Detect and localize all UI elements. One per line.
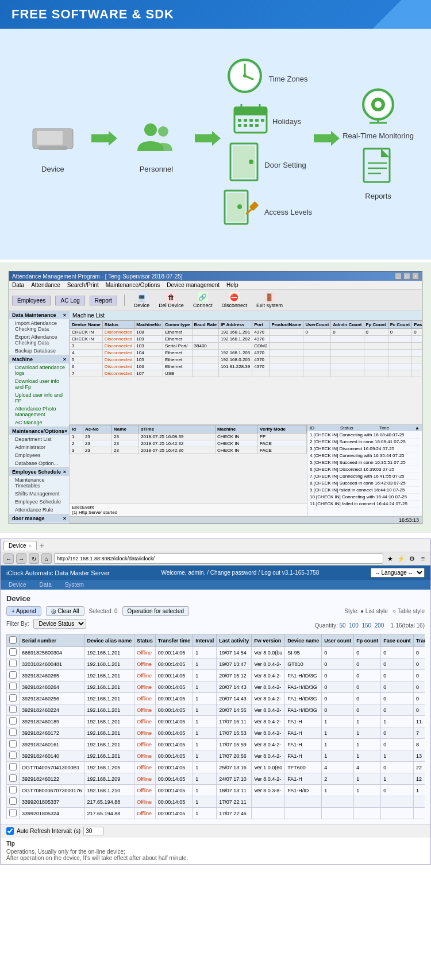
list-item[interactable]: 3929182460256192.168.1.201Offline00:00:1… — [7, 693, 425, 704]
star-icon[interactable]: ★ — [386, 554, 395, 563]
list-item[interactable]: 66691825600304192.168.1.201Offline00:00:… — [7, 647, 425, 659]
list-item[interactable]: 3929182460265192.168.1.201Offline00:00:1… — [7, 670, 425, 681]
menu-maintenance[interactable]: Maintenance/Options — [106, 282, 160, 288]
select-all-checkbox[interactable] — [9, 636, 17, 644]
sidebar-ac[interactable]: AC Manage — [9, 419, 69, 427]
qty-row: Filter By: Device Status Quantity: 50 10… — [6, 619, 425, 632]
tab-employees[interactable]: Employees — [12, 296, 51, 305]
list-item[interactable]: 3929182460122192.168.1.209Offline00:00:1… — [7, 773, 425, 785]
tab-report[interactable]: Report — [90, 296, 117, 305]
table-row[interactable]: 3Disconnected103Serial Port/38400COM2 — [70, 343, 422, 350]
auto-refresh-checkbox[interactable] — [6, 827, 14, 835]
qty-150[interactable]: 150 — [361, 622, 371, 629]
operation-btn[interactable]: Operation for selected — [122, 606, 189, 616]
btn-exit[interactable]: 🚪 Exit system — [254, 292, 285, 309]
settings-icon[interactable]: ⚙ — [407, 554, 417, 563]
sidebar-import[interactable]: Import Attendance Checking Data — [9, 319, 69, 333]
svg-point-11 — [243, 74, 247, 78]
qty-50[interactable]: 50 — [340, 622, 346, 629]
qty-100[interactable]: 100 — [349, 622, 359, 629]
table-row[interactable]: CHECK INDisconnected108Ethernet192.168.1… — [70, 329, 422, 336]
lightning-icon[interactable]: ⚡ — [397, 554, 406, 563]
sidebar-header-machine[interactable]: Machine × — [9, 355, 69, 363]
list-item[interactable]: 3929182460224192.168.1.201Offline00:00:1… — [7, 704, 425, 716]
win-close[interactable]: × — [412, 273, 419, 280]
sidebar-download-user[interactable]: Download user info and Fp — [9, 377, 69, 391]
list-item[interactable]: OGT70400570413000B1192.168.1.205Offline0… — [7, 762, 425, 773]
sidebar-admin[interactable]: Administrator — [9, 443, 69, 451]
list-style-radio[interactable]: ● List style — [360, 608, 388, 614]
table-row[interactable]: 123232018-07-25 16:08:39CHECK INFP — [70, 433, 307, 440]
table-row[interactable]: 323232018-07-25 16:42:36CHECK INFACE — [70, 447, 307, 454]
append-btn[interactable]: + Append — [6, 606, 41, 616]
sidebar-employees[interactable]: Employees — [9, 451, 69, 459]
qty-200[interactable]: 200 — [375, 622, 384, 629]
list-item[interactable]: 3399201805324217.65.194.88Offline00:00:1… — [7, 808, 425, 819]
browser-tab-device[interactable]: Device × — [3, 541, 37, 550]
list-item[interactable]: OGT70800067073000176192.168.1.210Offline… — [7, 785, 425, 796]
sidebar-upload-user[interactable]: Upload user info and FP — [9, 391, 69, 405]
refresh-btn[interactable]: ↻ — [29, 553, 39, 564]
nav-data[interactable]: Data — [37, 581, 54, 588]
log-item: 9.[CHECK IN] failed in connect 16:44:10 … — [310, 487, 420, 494]
nav-system[interactable]: System — [63, 581, 86, 588]
forward-btn[interactable]: → — [16, 553, 26, 564]
table-row[interactable]: 4Disconnected104Ethernet192.168.1.205437… — [70, 350, 422, 357]
url-input[interactable] — [54, 553, 383, 564]
machine-tbody: CHECK INDisconnected108Ethernet192.168.1… — [70, 329, 422, 377]
menu-search[interactable]: Search/Print — [67, 282, 99, 288]
sidebar-emp-schedule[interactable]: Employee Schedule — [9, 498, 69, 506]
list-item[interactable]: 3929182460264192.168.1.201Offline00:00:1… — [7, 681, 425, 693]
table-row[interactable]: CHECK INDisconnected109Ethernet192.168.1… — [70, 336, 422, 343]
sidebar-att-rule[interactable]: Attendance Rule — [9, 506, 69, 514]
menu-attendance[interactable]: Attendance — [31, 282, 60, 288]
tab-aclog[interactable]: AC Log — [55, 296, 84, 305]
menu-device[interactable]: Device management — [167, 282, 220, 288]
btn-connect[interactable]: 🔗 Connect — [191, 292, 215, 309]
sidebar-header-data[interactable]: Data Maintenance × — [9, 311, 69, 319]
list-item[interactable]: 32031824600481192.168.1.201Offline00:00:… — [7, 659, 425, 670]
win-controls[interactable]: _ □ × — [395, 273, 419, 280]
nav-device[interactable]: Device — [6, 581, 29, 588]
back-btn[interactable]: ← — [3, 553, 14, 564]
btn-del-device[interactable]: 🗑 Del Device — [156, 292, 186, 309]
sidebar-db[interactable]: Database Option... — [9, 459, 69, 467]
table-row[interactable]: 7Disconnected107USB3204 — [70, 370, 422, 377]
win-maximize[interactable]: □ — [403, 273, 410, 280]
new-tab-btn[interactable]: + — [40, 541, 44, 550]
sidebar-header-maintenance[interactable]: Maintenance/Options × — [9, 427, 69, 435]
th-dev-status: Status — [134, 634, 156, 647]
list-item[interactable]: 3929182460172192.168.1.201Offline00:00:1… — [7, 727, 425, 739]
btn-device[interactable]: 💻 Device — [132, 292, 152, 309]
interval-input[interactable] — [83, 827, 103, 835]
sidebar-timetables[interactable]: Maintenance Timetables — [9, 476, 69, 490]
list-item[interactable]: 3399201805337217.65.194.88Offline00:00:1… — [7, 796, 425, 808]
sidebar-export[interactable]: Export Attendance Checking Data — [9, 333, 69, 347]
home-btn[interactable]: ⌂ — [41, 553, 52, 564]
table-row[interactable]: 223232018-07-25 16:42:32CHECK INFACE — [70, 440, 307, 447]
language-select[interactable]: -- Language -- — [371, 568, 425, 578]
menu-help[interactable]: Help — [226, 282, 238, 288]
sidebar-backup[interactable]: Backup Database — [9, 347, 69, 355]
list-item[interactable]: 3929182460140192.168.1.201Offline00:00:1… — [7, 750, 425, 762]
filter-select[interactable]: Device Status — [33, 619, 86, 629]
sidebar-timezone[interactable]: Timezone — [9, 522, 69, 524]
sidebar-header-schedule[interactable]: Employee Schedule × — [9, 468, 69, 476]
menu-icon[interactable]: ≡ — [418, 554, 428, 563]
btn-disconnect[interactable]: ⛔ Disconnect — [219, 292, 249, 309]
sidebar-dept[interactable]: Department List — [9, 435, 69, 443]
menu-data[interactable]: Data — [12, 282, 24, 288]
list-item[interactable]: 3929182460161192.168.1.201Offline00:00:1… — [7, 739, 425, 750]
table-row[interactable]: 5Disconnected105Ethernet192.168.0.205437… — [70, 357, 422, 363]
clear-all-btn[interactable]: ◎ Clear All — [46, 606, 84, 616]
table-style-radio[interactable]: ○ Table style — [392, 608, 425, 614]
table-row[interactable]: 6Disconnected106Ethernet101.81.228.39437… — [70, 363, 422, 370]
sidebar-header-door[interactable]: door manage × — [9, 514, 69, 522]
sidebar-photo[interactable]: Attendance Photo Management — [9, 405, 69, 419]
sidebar-shifts[interactable]: Shifts Management — [9, 490, 69, 498]
log-scroll[interactable]: ▲ — [415, 425, 420, 431]
tab-close-btn[interactable]: × — [29, 543, 32, 549]
win-minimize[interactable]: _ — [395, 273, 402, 280]
sidebar-download-logs[interactable]: Download attendance logs — [9, 363, 69, 377]
list-item[interactable]: 3929182460189192.168.1.201Offline00:00:1… — [7, 716, 425, 727]
